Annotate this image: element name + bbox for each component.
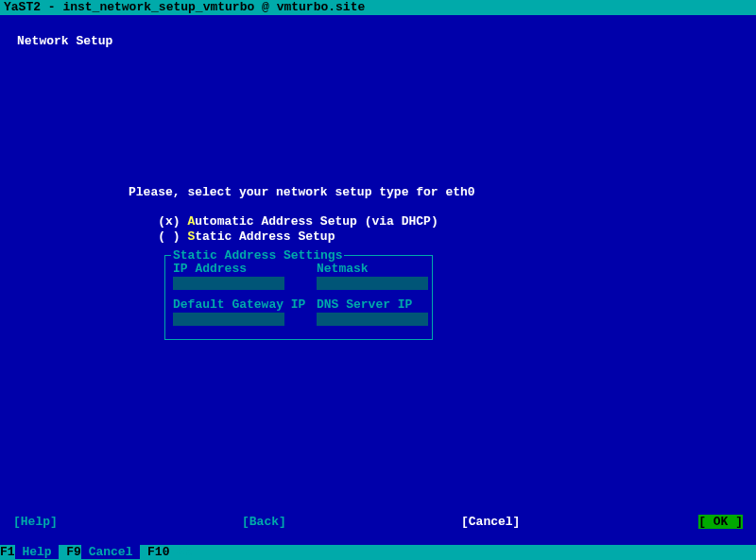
prompt-text: Please, select your network setup type f… xyxy=(129,185,475,199)
netmask-label: Netmask xyxy=(317,262,369,276)
ok-button[interactable]: [ OK ] xyxy=(698,515,743,529)
status-bar: F1 Help F9 Cancel F10 OK xyxy=(0,545,756,560)
f9-key: F9 xyxy=(59,545,80,559)
ip-address-input[interactable] xyxy=(173,277,284,290)
ip-address-label: IP Address xyxy=(173,262,247,276)
default-gateway-input[interactable] xyxy=(173,313,284,326)
group-legend: Static Address Settings xyxy=(171,248,344,263)
page-title: Network Setup xyxy=(17,34,112,48)
dns-server-input[interactable] xyxy=(317,313,428,326)
cancel-button[interactable]: [Cancel] xyxy=(461,515,520,529)
f1-label: Help xyxy=(15,545,60,559)
f10-label: OK xyxy=(169,545,191,559)
main-panel: Network Setup Please, select your networ… xyxy=(0,15,756,545)
help-button[interactable]: [Help] xyxy=(13,515,58,529)
static-address-group: Static Address Settings IP Address Netma… xyxy=(164,255,433,340)
default-gateway-label: Default Gateway IP xyxy=(173,297,305,312)
dns-server-label: DNS Server IP xyxy=(317,297,412,312)
f1-key: F1 xyxy=(0,545,15,559)
button-row: [Help] [Back] [Cancel] [ OK ] xyxy=(0,515,756,530)
back-button[interactable]: [Back] xyxy=(242,515,286,529)
f9-label: Cancel xyxy=(81,545,140,559)
netmask-input[interactable] xyxy=(317,277,428,290)
window-titlebar: YaST2 - inst_network_setup_vmturbo @ vmt… xyxy=(0,0,756,15)
radio-marker: ( ) xyxy=(158,229,187,244)
radio-label: tatic Address Setup xyxy=(195,229,335,244)
f10-key: F10 xyxy=(140,545,169,559)
